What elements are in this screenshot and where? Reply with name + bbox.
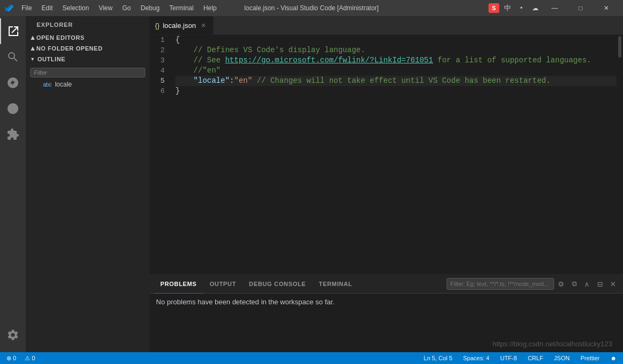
activity-debug[interactable] [0, 96, 26, 122]
sogou-icon: S [489, 3, 499, 13]
code-token: //"en" [175, 66, 221, 76]
menu-file[interactable]: File [17, 3, 36, 13]
code-token: // Defines VS Code's display language. [175, 45, 365, 55]
code-line-5: "locale":"en" // Changes will not take e… [175, 76, 617, 86]
menu-help[interactable]: Help [199, 3, 221, 13]
status-language[interactable]: JSON [552, 355, 572, 361]
menubar: File Edit Selection View Go Debug Termin… [17, 3, 221, 13]
outline-item-icon: abc [43, 82, 52, 88]
sidebar-header-outline[interactable]: ▼ Outline [26, 54, 150, 65]
code-editor[interactable]: 1 2 3 4 5 6 { // Defines VS Code's displ… [150, 35, 623, 274]
statusbar: ⊗ 0 ⚠ 0 Ln 5, Col 5 Spaces: 4 UTF-8 CRLF… [0, 352, 623, 364]
line-numbers: 1 2 3 4 5 6 [150, 35, 171, 274]
sidebar-section-no-folder: ▶ No Folder Opened [26, 43, 150, 54]
panel-filter-area: ⚙ ⧉ ∧ ⊟ ✕ [447, 278, 619, 290]
editor-tab-locale-json[interactable]: {} locale.json × [150, 16, 214, 34]
line-num-5: 5 [158, 76, 165, 86]
panel-tab-debug-console[interactable]: DEBUG CONSOLE [243, 275, 313, 294]
line-num-4: 4 [158, 66, 165, 76]
filter-settings-icon[interactable]: ⚙ [555, 278, 567, 290]
outline-label: Outline [37, 56, 65, 62]
panel-message: No problems have been detected in the wo… [156, 298, 335, 306]
code-token: "locale" [194, 76, 230, 86]
panel-area: PROBLEMS OUTPUT DEBUG CONSOLE TERMINAL ⚙… [150, 274, 623, 352]
sidebar-header-no-folder[interactable]: ▶ No Folder Opened [26, 43, 150, 54]
maximize-button[interactable]: □ [568, 0, 593, 16]
corner-icons: S 中 • ☁ [489, 2, 541, 14]
line-num-1: 1 [158, 35, 165, 45]
panel-toggle-icon[interactable]: ∧ [581, 278, 593, 290]
code-token: // Changes will not take effect until VS… [252, 76, 551, 86]
status-line-col[interactable]: Ln 5, Col 5 [422, 355, 455, 361]
window-title: locale.json - Visual Studio Code [Admini… [244, 4, 379, 12]
status-encoding[interactable]: UTF-8 [498, 355, 519, 361]
cloud-icon: ☁ [529, 2, 541, 14]
vscode-logo [4, 3, 14, 13]
line-num-3: 3 [158, 55, 165, 66]
code-link[interactable]: https://go.microsoft.com/fwlink/?LinkId=… [225, 55, 433, 66]
menu-go[interactable]: Go [118, 3, 135, 13]
status-formatter[interactable]: Prettier [578, 355, 601, 361]
code-token: "en" [234, 76, 252, 86]
sidebar-title: Explorer [26, 16, 150, 32]
activity-search[interactable] [0, 44, 26, 70]
outline-filter[interactable]: Filter [30, 68, 145, 77]
sidebar-section-outline: ▼ Outline Filter abc locale [26, 54, 150, 90]
panel-content: No problems have been detected in the wo… [150, 294, 623, 352]
outline-item-locale[interactable]: abc locale [26, 80, 150, 89]
vertical-scrollbar[interactable] [617, 35, 623, 274]
activity-settings[interactable] [0, 322, 26, 348]
line-num-2: 2 [158, 45, 165, 55]
activity-git[interactable] [0, 70, 26, 96]
chevron-outline: ▼ [30, 56, 35, 62]
activity-extensions[interactable] [0, 122, 26, 147]
menu-debug[interactable]: Debug [136, 3, 164, 13]
minimize-button[interactable]: — [542, 0, 567, 16]
code-line-1: { [175, 35, 617, 45]
menu-selection[interactable]: Selection [58, 3, 93, 13]
panel-tabs: PROBLEMS OUTPUT DEBUG CONSOLE TERMINAL ⚙… [150, 275, 623, 294]
open-editors-label: Open Editors [37, 34, 85, 41]
panel-close-icon[interactable]: ✕ [607, 278, 619, 290]
outline-section: Filter abc locale [26, 65, 150, 90]
editor-area: {} locale.json × 1 2 3 4 5 6 { // Define… [150, 16, 623, 352]
titlebar-left: File Edit Selection View Go Debug Termin… [4, 3, 221, 13]
tab-file-icon: {} [155, 22, 160, 30]
code-content[interactable]: { // Defines VS Code's display language.… [171, 35, 617, 274]
code-token: // See [175, 55, 225, 66]
status-errors[interactable]: ⊗ 0 [4, 355, 18, 362]
menu-edit[interactable]: Edit [37, 3, 57, 13]
scrollbar-thumb [618, 36, 621, 58]
statusbar-right: Ln 5, Col 5 Spaces: 4 UTF-8 CRLF JSON Pr… [422, 355, 619, 361]
status-eol[interactable]: CRLF [526, 355, 546, 361]
panel-split-icon[interactable]: ⊟ [594, 278, 606, 290]
code-token [175, 76, 194, 86]
menu-view[interactable]: View [94, 3, 117, 13]
code-line-3: // See https://go.microsoft.com/fwlink/?… [175, 55, 617, 66]
status-spaces[interactable]: Spaces: 4 [461, 355, 492, 361]
tab-bar: {} locale.json × [150, 16, 623, 35]
main-container: Explorer ▶ Open Editors ▶ No Folder Open… [0, 16, 623, 352]
close-button[interactable]: ✕ [594, 0, 619, 16]
code-token: } [175, 86, 180, 96]
panel-tab-output[interactable]: OUTPUT [203, 275, 243, 294]
tab-close-button[interactable]: × [199, 21, 208, 30]
activity-bar [0, 16, 26, 352]
tab-filename: locale.json [163, 22, 196, 30]
chevron-open-editors: ▶ [30, 35, 35, 40]
chevron-no-folder: ▶ [30, 46, 35, 51]
panel-filter-input[interactable] [447, 278, 554, 290]
line-num-6: 6 [158, 86, 165, 96]
titlebar-right: S 中 • ☁ — □ ✕ [489, 0, 619, 16]
panel-tab-terminal[interactable]: TERMINAL [313, 275, 359, 294]
activity-explorer[interactable] [0, 18, 26, 44]
panel-collapse-icon[interactable]: ⧉ [568, 278, 580, 290]
no-folder-label: No Folder Opened [37, 45, 103, 52]
code-token: : [230, 76, 234, 86]
panel-tab-problems[interactable]: PROBLEMS [154, 275, 203, 294]
menu-terminal[interactable]: Terminal [165, 3, 198, 13]
chinese-input-icon: 中 [501, 2, 513, 14]
status-warnings[interactable]: ⚠ 0 [23, 355, 37, 362]
sidebar-header-open-editors[interactable]: ▶ Open Editors [26, 32, 150, 43]
status-feedback[interactable]: ☻ [608, 355, 619, 361]
